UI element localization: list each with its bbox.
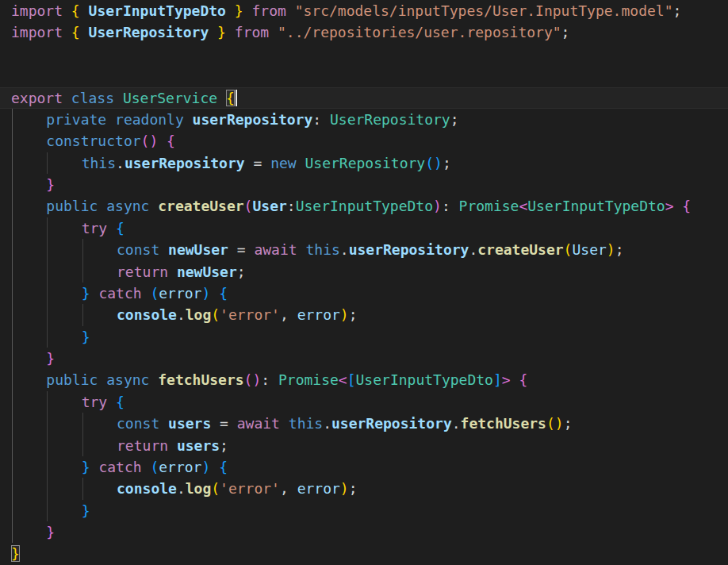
code-token: 'error' bbox=[220, 306, 280, 323]
code-line-11[interactable]: try { bbox=[0, 217, 728, 239]
code-token: ) bbox=[201, 285, 210, 302]
indent-guide bbox=[82, 304, 117, 325]
code-token: UserRepository bbox=[80, 24, 217, 40]
indent-guide-active bbox=[12, 326, 46, 348]
code-line-9[interactable]: } bbox=[0, 174, 728, 195]
code-token: > bbox=[502, 371, 511, 388]
code-token: ; bbox=[349, 480, 358, 497]
code-line-24[interactable]: } bbox=[0, 500, 728, 521]
code-token: Promise bbox=[459, 198, 519, 214]
code-token: UserService bbox=[123, 90, 226, 106]
indent-guide bbox=[47, 391, 81, 413]
code-token: ) bbox=[201, 459, 210, 475]
code-line-23[interactable]: console.log('error', error); bbox=[0, 478, 728, 499]
code-token: : bbox=[442, 198, 459, 214]
code-token: ; bbox=[561, 24, 570, 40]
code-token: UserRepository bbox=[305, 155, 425, 171]
code-token: { bbox=[682, 198, 691, 214]
code-line-7[interactable]: constructor() { bbox=[0, 130, 728, 152]
code-line-3[interactable] bbox=[0, 44, 728, 65]
code-token: , bbox=[280, 306, 297, 323]
code-line-17[interactable]: } bbox=[0, 348, 728, 369]
code-token: const bbox=[117, 241, 168, 258]
code-editor[interactable]: import { UserInputTypeDto } from "src/mo… bbox=[0, 0, 728, 565]
code-token: . bbox=[469, 241, 477, 258]
code-token: : bbox=[287, 198, 296, 214]
code-token: console bbox=[117, 480, 177, 497]
code-token: } bbox=[82, 459, 90, 475]
code-token: "src/models/inputTypes/User.InputType.mo… bbox=[295, 2, 673, 19]
code-token: ; bbox=[443, 155, 451, 171]
code-token: { bbox=[167, 133, 175, 149]
code-token: () bbox=[425, 155, 443, 171]
code-line-25[interactable]: } bbox=[0, 521, 728, 543]
code-line-6[interactable]: private readonly userRepository: UserRep… bbox=[0, 109, 728, 130]
code-token: ( bbox=[244, 198, 253, 214]
code-token bbox=[158, 133, 167, 149]
code-token: () bbox=[244, 371, 262, 388]
indent-guide bbox=[47, 304, 81, 325]
code-token: this bbox=[82, 155, 116, 171]
code-token: < bbox=[519, 198, 527, 214]
code-line-14[interactable]: } catch (error) { bbox=[0, 282, 728, 304]
code-token: fetchUsers bbox=[461, 415, 546, 432]
indent-guide bbox=[47, 500, 81, 521]
indent-guide bbox=[82, 435, 117, 456]
code-line-19[interactable]: try { bbox=[0, 391, 728, 413]
code-token: await bbox=[254, 241, 305, 258]
code-token bbox=[90, 459, 99, 475]
code-token: class bbox=[71, 90, 123, 106]
code-line-4[interactable] bbox=[0, 65, 728, 86]
code-token: public async bbox=[46, 198, 158, 214]
code-token: catch bbox=[98, 459, 150, 475]
code-token: : bbox=[312, 111, 330, 128]
code-line-22[interactable]: } catch (error) { bbox=[0, 456, 728, 478]
indent-guide bbox=[47, 435, 81, 456]
code-token: } bbox=[82, 285, 90, 302]
indent-guide-active bbox=[12, 435, 46, 456]
code-token: { bbox=[116, 394, 125, 410]
code-token: () bbox=[546, 415, 564, 432]
code-token: const bbox=[117, 415, 168, 432]
code-token bbox=[511, 371, 519, 388]
code-line-12[interactable]: const newUser = await this.userRepositor… bbox=[0, 239, 728, 260]
code-line-26[interactable]: } bbox=[0, 543, 728, 564]
code-line-2[interactable]: import { UserRepository } from "../repos… bbox=[0, 21, 728, 43]
indent-guide-active bbox=[12, 282, 46, 304]
code-token: ; bbox=[615, 241, 624, 258]
code-token: } bbox=[46, 176, 55, 193]
code-token: { bbox=[519, 371, 527, 388]
code-token: } bbox=[235, 2, 243, 19]
code-token: this bbox=[289, 415, 323, 432]
code-line-10[interactable]: public async createUser(User:UserInputTy… bbox=[0, 195, 728, 217]
code-line-5[interactable]: export class UserService { bbox=[0, 87, 728, 109]
code-token bbox=[90, 285, 99, 302]
indent-guide bbox=[47, 478, 81, 499]
code-token: log bbox=[186, 306, 212, 323]
code-line-20[interactable]: const users = await this.userRepository.… bbox=[0, 413, 728, 434]
code-token: ) bbox=[340, 306, 349, 323]
indent-guide-active bbox=[12, 456, 46, 478]
code-line-16[interactable]: } bbox=[0, 326, 728, 348]
indent-guide-active bbox=[12, 174, 46, 195]
indent-guide bbox=[82, 239, 117, 260]
indent-guide bbox=[47, 282, 81, 304]
code-line-1[interactable]: import { UserInputTypeDto } from "src/mo… bbox=[0, 0, 728, 21]
code-token: ; bbox=[349, 306, 358, 323]
code-token: userRepository bbox=[125, 155, 245, 171]
code-token bbox=[210, 459, 219, 475]
code-line-21[interactable]: return users; bbox=[0, 435, 728, 456]
code-token: return bbox=[117, 263, 177, 280]
code-line-18[interactable]: public async fetchUsers(): Promise<[User… bbox=[0, 369, 728, 390]
code-line-13[interactable]: return newUser; bbox=[0, 261, 728, 282]
code-token: from bbox=[243, 2, 295, 19]
indent-guide-active bbox=[12, 130, 46, 152]
code-token: UserInputTypeDto bbox=[80, 2, 235, 19]
code-line-15[interactable]: console.log('error', error); bbox=[0, 304, 728, 325]
code-token: public async bbox=[46, 371, 158, 388]
indent-guide-active bbox=[12, 500, 46, 521]
code-line-8[interactable]: this.userRepository = new UserRepository… bbox=[0, 152, 728, 174]
code-token: newUser bbox=[168, 241, 228, 258]
code-token: [ bbox=[347, 371, 356, 388]
indent-guide-active bbox=[12, 413, 46, 434]
